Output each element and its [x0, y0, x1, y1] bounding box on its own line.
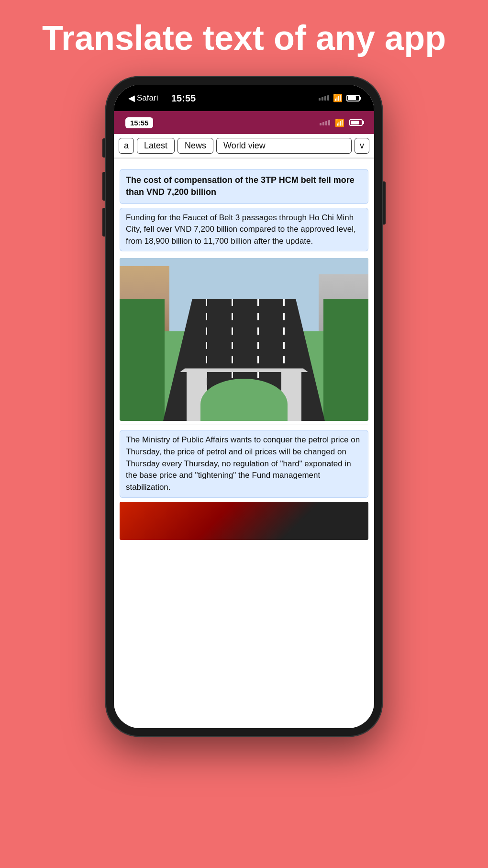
- battery-icon: [346, 95, 360, 101]
- native-back[interactable]: ◀ Safari: [128, 93, 158, 103]
- article-1-title-wrapper: The cost of compensation of the 3TP HCM …: [120, 169, 368, 203]
- highway-scene: [120, 258, 368, 421]
- trees-right: [323, 299, 368, 421]
- signal-icon: [319, 95, 329, 101]
- app-status-right: 📶: [320, 118, 363, 127]
- app-wifi-icon: 📶: [335, 118, 344, 127]
- native-time: 15:55: [171, 92, 196, 103]
- nav-tabs: a Latest News World view v: [114, 134, 374, 158]
- native-back-label: Safari: [137, 93, 158, 103]
- tab-world-view[interactable]: World view: [216, 138, 352, 154]
- tab-latest[interactable]: Latest: [137, 138, 175, 154]
- power-button: [383, 181, 386, 225]
- dynamic-island: [211, 90, 277, 106]
- article-1-title-translated: The cost of compensation of the 3TP HCM …: [120, 169, 368, 203]
- article-1: The cost of compensation of the 3TP HCM …: [114, 158, 374, 258]
- bridge-deck: [159, 368, 329, 372]
- native-status-bar: ◀ Safari 15:55 📶: [114, 85, 374, 111]
- article-2: The Ministry of Public Affairs wants to …: [114, 425, 374, 544]
- phone-mockup: ◀ Safari 15:55 📶: [105, 76, 383, 737]
- back-chevron-icon: ◀: [128, 93, 135, 103]
- article-1-image: [120, 258, 368, 421]
- tab-a[interactable]: a: [119, 138, 134, 154]
- phone-screen: ◀ Safari 15:55 📶: [114, 85, 374, 728]
- article-2-body-translated: The Ministry of Public Affairs wants to …: [120, 430, 368, 497]
- app-content: a Latest News World view v The cost of c…: [114, 134, 374, 728]
- wifi-icon: 📶: [333, 93, 343, 102]
- trees-left: [120, 299, 165, 421]
- app-time-badge: 15:55: [125, 117, 153, 128]
- tab-v[interactable]: v: [355, 138, 369, 154]
- app-signal-icon: [320, 120, 330, 125]
- content-scroll[interactable]: The cost of compensation of the 3TP HCM …: [114, 158, 374, 728]
- app-battery-icon: [349, 119, 363, 126]
- article-2-image-partial: [120, 502, 368, 540]
- article-1-body-translated: Funding for the Faucet of Belt 3 passage…: [120, 208, 368, 252]
- app-status-bar: 15:55 📶: [114, 111, 374, 134]
- native-status-icons: 📶: [319, 93, 360, 102]
- tab-news[interactable]: News: [177, 138, 213, 154]
- hero-text: Translate text of any app: [13, 0, 475, 71]
